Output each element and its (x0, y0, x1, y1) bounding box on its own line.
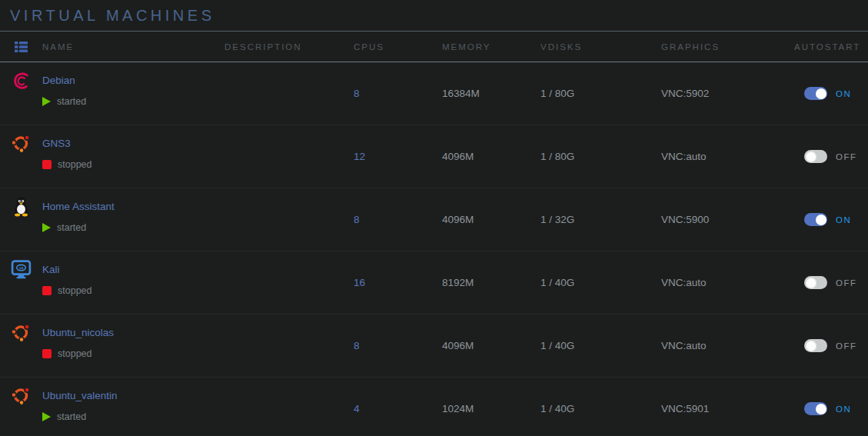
vm-cpus-cell: 4 (354, 403, 442, 414)
vm-autostart-cell: OFF (794, 276, 868, 289)
table-list-icon[interactable] (0, 41, 42, 53)
vm-cpus-cell: 16 (354, 277, 442, 288)
vm-status: started (42, 222, 224, 233)
table-row: Ubuntu_nicolas stopped 8 4096M 1 / 40G V… (0, 315, 868, 378)
vm-status: stopped (42, 348, 224, 359)
autostart-state-label: ON (836, 215, 851, 225)
vm-cpus-link[interactable]: 16 (354, 277, 365, 288)
vm-status-text: started (57, 222, 86, 233)
toggle-knob (816, 88, 826, 99)
vm-page: VIRTUAL MACHINES NAME DESCRIPTION CPUS M… (0, 0, 868, 436)
vm-cpus-cell: 8 (354, 88, 442, 99)
autostart-state-label: ON (836, 89, 851, 98)
table-row: Home Assistant started 8 4096M 1 / 32G V… (0, 188, 868, 251)
vm-name-link[interactable]: Ubuntu_valentin (42, 390, 118, 401)
autostart-toggle[interactable] (804, 150, 827, 163)
table-header-row: NAME DESCRIPTION CPUS MEMORY VDISKS GRAP… (0, 32, 868, 62)
vm-memory: 8192M (442, 277, 540, 288)
vm-memory: 16384M (442, 88, 540, 99)
vm-status-text: started (57, 411, 86, 422)
vm-graphics: VNC:auto (661, 151, 794, 162)
vm-cpus-cell: 8 (354, 340, 442, 351)
vm-os-icon-cell[interactable] (0, 378, 42, 436)
column-header-vdisks: VDISKS (540, 42, 661, 52)
vm-graphics: VNC:5902 (661, 88, 794, 99)
autostart-state-label: ON (836, 404, 851, 414)
vm-vdisks: 1 / 80G (540, 88, 661, 99)
vm-graphics: VNC:5901 (661, 403, 794, 414)
vm-autostart-cell: ON (794, 402, 868, 415)
autostart-toggle[interactable] (804, 276, 827, 289)
vm-memory: 4096M (442, 340, 540, 351)
vm-vdisks: 1 / 40G (540, 340, 661, 351)
column-header-name: NAME (42, 42, 224, 52)
vm-vdisks: 1 / 32G (540, 214, 661, 225)
page-title-bar: VIRTUAL MACHINES (0, 0, 868, 32)
vm-name-cell: Kali stopped (42, 251, 224, 314)
vm-os-icon-cell[interactable] (0, 188, 42, 251)
table-row: Ubuntu_valentin started 4 1024M 1 / 40G … (0, 378, 868, 436)
vm-cpus-link[interactable]: 8 (354, 214, 360, 225)
started-play-icon (42, 223, 51, 232)
ubuntu-logo-icon (10, 321, 32, 344)
column-header-memory: MEMORY (442, 42, 540, 52)
vm-name-cell: Debian started (42, 62, 224, 125)
vm-graphics: VNC:5900 (661, 214, 794, 225)
toggle-knob (816, 404, 826, 414)
vm-autostart-cell: OFF (794, 339, 868, 352)
table-row: Debian started 8 16384M 1 / 80G VNC:5902… (0, 62, 868, 125)
vm-vdisks: 1 / 80G (540, 151, 661, 162)
table-row: vm Kali stopped 16 8192M 1 / 40G VNC:aut… (0, 251, 868, 315)
vm-name-cell: Ubuntu_nicolas stopped (42, 315, 224, 377)
vm-name-link[interactable]: GNS3 (42, 138, 71, 149)
toggle-knob (806, 151, 816, 162)
stopped-square-icon (42, 160, 52, 169)
column-header-autostart: AUTOSTART (794, 42, 868, 52)
column-header-graphics: GRAPHICS (661, 42, 794, 52)
started-play-icon (42, 412, 51, 421)
vm-name-link[interactable]: Ubuntu_nicolas (42, 327, 114, 338)
vm-os-icon-cell[interactable]: vm (0, 251, 42, 314)
vm-graphics: VNC:auto (661, 340, 794, 351)
vm-vdisks: 1 / 40G (540, 403, 661, 414)
started-play-icon (42, 97, 51, 106)
vm-monitor-icon: vm (10, 258, 32, 281)
vm-cpus-link[interactable]: 8 (354, 340, 360, 351)
toggle-knob (806, 278, 816, 288)
autostart-toggle[interactable] (804, 339, 827, 352)
vm-autostart-cell: OFF (794, 150, 868, 163)
ubuntu-logo-icon (10, 384, 32, 407)
vm-name-link[interactable]: Home Assistant (42, 201, 115, 212)
vm-os-icon-cell[interactable] (0, 125, 42, 188)
vm-cpus-cell: 12 (354, 151, 442, 162)
vm-name-link[interactable]: Debian (42, 75, 75, 86)
autostart-state-label: OFF (836, 278, 857, 288)
vm-cpus-link[interactable]: 4 (354, 403, 360, 414)
vm-cpus-link[interactable]: 12 (354, 151, 365, 162)
vm-memory: 1024M (442, 403, 540, 414)
vm-name-cell: GNS3 stopped (42, 125, 224, 188)
vm-name-link[interactable]: Kali (42, 264, 60, 275)
vm-os-icon-cell[interactable] (0, 62, 42, 125)
autostart-toggle[interactable] (804, 402, 827, 415)
vm-status-text: stopped (58, 285, 91, 296)
vm-name-cell: Home Assistant started (42, 188, 224, 251)
page-title: VIRTUAL MACHINES (10, 7, 215, 25)
autostart-state-label: OFF (836, 341, 857, 351)
vm-memory: 4096M (442, 151, 540, 162)
vm-os-icon-cell[interactable] (0, 315, 42, 377)
ubuntu-logo-icon (10, 132, 32, 155)
vm-table-body: Debian started 8 16384M 1 / 80G VNC:5902… (0, 62, 868, 436)
debian-logo-icon (10, 69, 32, 92)
vm-autostart-cell: ON (794, 87, 868, 100)
vm-graphics: VNC:auto (661, 277, 794, 288)
vm-status: stopped (42, 285, 224, 296)
stopped-square-icon (42, 286, 52, 295)
toggle-knob (806, 341, 816, 351)
vm-status-text: stopped (58, 348, 91, 359)
autostart-toggle[interactable] (804, 87, 827, 100)
vm-autostart-cell: ON (794, 213, 868, 226)
svg-text:vm: vm (19, 266, 24, 270)
vm-cpus-link[interactable]: 8 (354, 88, 360, 99)
autostart-toggle[interactable] (804, 213, 827, 226)
